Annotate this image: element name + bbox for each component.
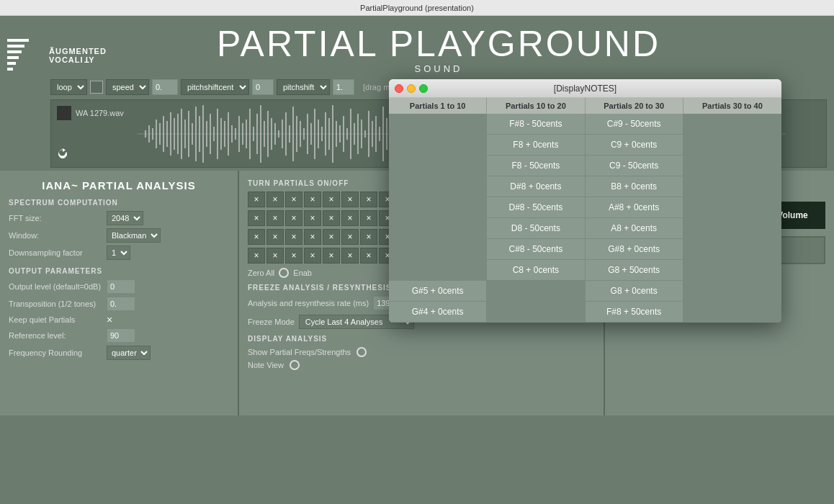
popup-cell[interactable] bbox=[389, 114, 487, 135]
show-freqs-radio[interactable] bbox=[357, 347, 367, 357]
x-button[interactable]: × bbox=[360, 229, 377, 245]
x-button[interactable]: × bbox=[341, 210, 359, 226]
popup-cell[interactable] bbox=[389, 218, 487, 239]
popup-cell[interactable] bbox=[487, 302, 585, 323]
popup-cell[interactable]: A8 + 0cents bbox=[586, 218, 683, 239]
app-title: PARTIAL PLAYGROUND bbox=[217, 24, 660, 64]
popup-cell[interactable]: D8 - 50cents bbox=[487, 218, 585, 239]
pitchshiftcent-select[interactable]: pitchshiftcent bbox=[181, 79, 249, 95]
popup-cell[interactable] bbox=[487, 281, 585, 302]
popup-cell[interactable] bbox=[683, 302, 781, 323]
popup-cell[interactable]: C8 + 0cents bbox=[487, 260, 585, 281]
x-button[interactable]: × bbox=[285, 210, 302, 226]
x-button[interactable]: × bbox=[360, 192, 377, 207]
popup-cell[interactable]: C9 + 0cents bbox=[586, 135, 683, 156]
freq-rounding-select[interactable]: quarter bbox=[107, 346, 151, 360]
x-button[interactable]: × bbox=[304, 210, 321, 226]
popup-cell[interactable] bbox=[683, 197, 781, 218]
x-button[interactable]: × bbox=[304, 229, 321, 245]
x-button[interactable]: × bbox=[304, 248, 321, 264]
x-button[interactable]: × bbox=[360, 248, 377, 264]
popup-cell[interactable]: F8 + 0cents bbox=[487, 135, 585, 156]
popup-cell[interactable]: G#8 + 0cents bbox=[586, 239, 683, 260]
popup-cell[interactable] bbox=[389, 135, 487, 156]
x-button[interactable]: × bbox=[266, 210, 284, 226]
pitchshift2-input[interactable] bbox=[333, 79, 354, 95]
popup-cell[interactable]: C#8 - 50cents bbox=[487, 239, 585, 260]
popup-cell[interactable]: G8 + 50cents bbox=[586, 260, 683, 281]
popup-cell[interactable] bbox=[389, 260, 487, 281]
popup-cell[interactable] bbox=[683, 114, 781, 135]
popup-cell[interactable] bbox=[683, 156, 781, 176]
popup-cell[interactable]: F#8 + 50cents bbox=[586, 302, 683, 323]
output-level-input[interactable] bbox=[107, 279, 135, 294]
popup-cell[interactable] bbox=[683, 176, 781, 197]
popup-cell[interactable]: G#5 + 0cents bbox=[389, 281, 487, 302]
popup-cell[interactable]: D#8 - 50cents bbox=[487, 197, 585, 218]
x-button[interactable]: × bbox=[341, 192, 359, 207]
svg-rect-18 bbox=[184, 120, 186, 148]
x-button[interactable]: × bbox=[248, 192, 265, 207]
x-button[interactable]: × bbox=[341, 229, 359, 245]
reference-input[interactable] bbox=[107, 328, 135, 343]
x-button[interactable]: × bbox=[341, 248, 359, 264]
zero-all-radio[interactable] bbox=[279, 268, 289, 278]
refresh-icon[interactable] bbox=[57, 148, 68, 163]
col-header-2: Partials 10 to 20 bbox=[487, 98, 585, 114]
popup-cell[interactable] bbox=[683, 281, 781, 302]
x-button[interactable]: × bbox=[266, 248, 284, 264]
loop-select[interactable]: loop bbox=[50, 79, 87, 95]
minimize-button[interactable] bbox=[407, 84, 416, 93]
svg-rect-37 bbox=[253, 127, 254, 141]
svg-rect-11 bbox=[159, 123, 161, 145]
downsampling-select[interactable]: 1 bbox=[107, 246, 130, 260]
note-view-radio[interactable] bbox=[290, 360, 300, 370]
x-button[interactable]: × bbox=[248, 210, 265, 226]
x-button[interactable]: × bbox=[248, 248, 265, 264]
speed-select[interactable]: speed bbox=[106, 79, 149, 95]
svg-rect-0 bbox=[7, 39, 29, 42]
popup-cell[interactable] bbox=[683, 260, 781, 281]
popup-cell[interactable] bbox=[389, 197, 487, 218]
x-button[interactable]: × bbox=[323, 248, 340, 264]
popup-cell[interactable]: A#8 + 0cents bbox=[586, 197, 683, 218]
transposition-input[interactable] bbox=[107, 297, 135, 311]
popup-cell[interactable]: C9 - 50cents bbox=[586, 156, 683, 176]
x-button[interactable]: × bbox=[285, 192, 302, 207]
x-button[interactable]: × bbox=[248, 229, 265, 245]
svg-rect-45 bbox=[282, 120, 283, 148]
popup-cell[interactable]: G8 + 0cents bbox=[586, 281, 683, 302]
x-button[interactable]: × bbox=[266, 229, 284, 245]
loop-checkbox[interactable] bbox=[90, 81, 103, 94]
popup-cell[interactable] bbox=[683, 239, 781, 260]
maximize-button[interactable] bbox=[419, 84, 428, 93]
popup-cell[interactable]: F8 - 50cents bbox=[487, 156, 585, 176]
window-select[interactable]: Blackman bbox=[107, 228, 161, 243]
popup-cell[interactable]: D#8 + 0cents bbox=[487, 176, 585, 197]
x-button[interactable]: × bbox=[323, 192, 340, 207]
x-button[interactable]: × bbox=[285, 248, 302, 264]
close-button[interactable] bbox=[395, 84, 403, 93]
popup-cell[interactable] bbox=[389, 176, 487, 197]
x-button[interactable]: × bbox=[323, 229, 340, 245]
svg-rect-26 bbox=[213, 127, 215, 141]
x-button[interactable]: × bbox=[266, 192, 284, 207]
popup-cell[interactable]: G#4 + 0cents bbox=[389, 302, 487, 323]
speed-input[interactable] bbox=[152, 79, 178, 95]
x-button[interactable]: × bbox=[285, 229, 302, 245]
popup-cell[interactable] bbox=[683, 135, 781, 156]
popup-cell[interactable] bbox=[683, 218, 781, 239]
pitchshift-select[interactable]: pitchshift bbox=[277, 79, 330, 95]
x-button[interactable]: × bbox=[360, 210, 377, 226]
fft-select[interactable]: 2048 bbox=[107, 211, 143, 225]
x-button[interactable]: × bbox=[304, 192, 321, 207]
fft-row: FFT size: 2048 bbox=[9, 211, 229, 225]
popup-cell[interactable] bbox=[389, 239, 487, 260]
popup-cell[interactable]: B8 + 0cents bbox=[586, 176, 683, 197]
popup-cell[interactable]: F#8 - 50cents bbox=[487, 114, 585, 135]
traffic-lights bbox=[395, 84, 428, 93]
x-button[interactable]: × bbox=[323, 210, 340, 226]
popup-cell[interactable] bbox=[389, 156, 487, 176]
pitchshift-input[interactable] bbox=[252, 79, 274, 95]
popup-cell[interactable]: C#9 - 50cents bbox=[586, 114, 683, 135]
